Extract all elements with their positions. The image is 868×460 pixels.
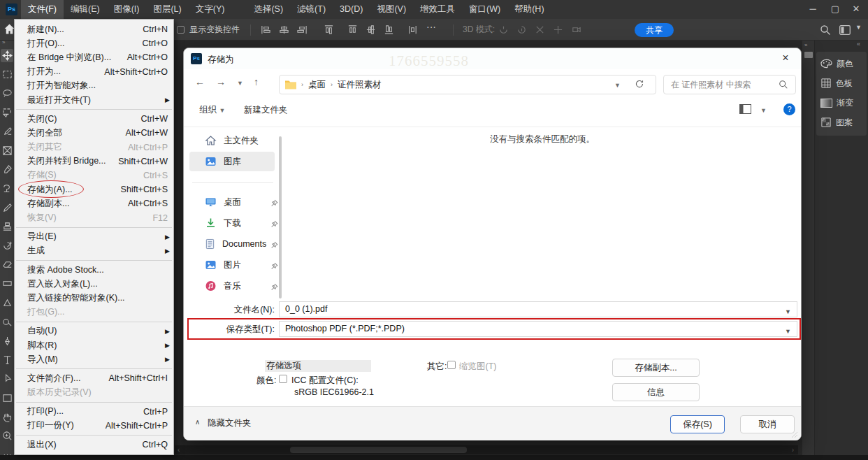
align-v-centers-icon[interactable] xyxy=(347,24,359,36)
forward-icon[interactable]: → xyxy=(216,76,226,87)
menu-选择(S)[interactable]: 选择(S) xyxy=(247,0,290,19)
help-icon[interactable]: ? xyxy=(783,103,795,115)
menu-视图(V)[interactable]: 视图(V) xyxy=(370,0,413,19)
menu-item-脚本(R)[interactable]: 脚本(R)▶ xyxy=(15,338,173,352)
zoom-tool[interactable] xyxy=(1,429,13,443)
collapse-panels-icon[interactable]: « xyxy=(857,41,860,48)
menu-窗口(W)[interactable]: 窗口(W) xyxy=(462,0,507,19)
align-bottom-edges-icon[interactable] xyxy=(365,24,377,36)
address-bar[interactable]: › 桌面 › 证件照素材 ▼ xyxy=(279,75,656,94)
menu-图层(L)[interactable]: 图层(L) xyxy=(146,0,188,19)
menu-item-关闭并转到 Bridge[interactable]: 关闭并转到 Bridge...Shift+Ctrl+W xyxy=(15,154,173,168)
menu-item-搜索 Adobe Stock[interactable]: 搜索 Adobe Stock... xyxy=(15,263,173,277)
view-options-chevron-icon[interactable]: ▼ xyxy=(760,107,767,114)
menu-item-自动(U)[interactable]: 自动(U)▶ xyxy=(15,324,173,338)
dialog-close-icon[interactable]: × xyxy=(770,48,801,69)
menu-滤镜(T)[interactable]: 滤镜(T) xyxy=(290,0,333,19)
menu-item-置入嵌入对象(L)[interactable]: 置入嵌入对象(L)... xyxy=(15,277,173,291)
icc-label[interactable]: ICC 配置文件(C): xyxy=(291,375,359,387)
menu-item-生成[interactable]: 生成▶ xyxy=(15,244,173,258)
type-tool[interactable] xyxy=(1,353,13,366)
collapse-tools-icon[interactable]: » xyxy=(2,39,4,45)
icc-checkbox[interactable] xyxy=(279,375,287,383)
more-options-icon[interactable]: ··· xyxy=(426,16,436,38)
hand-tool[interactable] xyxy=(1,410,13,424)
menu-item-最近打开文件(T)[interactable]: 最近打开文件(T)▶ xyxy=(15,93,173,107)
maximize-button[interactable]: ▢ xyxy=(825,0,846,19)
orbit-3d-icon[interactable] xyxy=(498,24,509,36)
workspace-icon[interactable] xyxy=(839,24,851,36)
search-icon[interactable] xyxy=(819,24,831,36)
menu-item-在 Bridge 中浏览(B)[interactable]: 在 Bridge 中浏览(B)...Alt+Ctrl+O xyxy=(15,50,173,64)
frame-tool[interactable] xyxy=(1,144,13,157)
sidebar-item-音乐[interactable]: 音乐 xyxy=(189,276,275,296)
menu-item-打开为智能对象[interactable]: 打开为智能对象... xyxy=(15,79,173,93)
breadcrumb-desktop[interactable]: 桌面 xyxy=(308,79,326,91)
spot-heal-tool[interactable] xyxy=(1,125,13,138)
save-copy-button[interactable]: 存储副本... xyxy=(612,359,700,377)
up-icon[interactable]: ↑ xyxy=(254,76,259,87)
panel-tab-渐变[interactable]: 渐变 xyxy=(820,94,865,112)
align-right-edges-icon[interactable] xyxy=(296,24,308,36)
menu-item-文件简介(F)[interactable]: 文件简介(F)...Alt+Shift+Ctrl+I xyxy=(15,371,173,385)
new-folder-button[interactable]: 新建文件夹 xyxy=(244,104,288,116)
object-selection-tool[interactable] xyxy=(1,106,13,120)
info-button[interactable]: 信息 xyxy=(612,383,700,401)
distribute-v-icon[interactable] xyxy=(407,24,419,36)
dodge-tool[interactable] xyxy=(1,315,13,329)
pen-tool[interactable] xyxy=(1,334,13,347)
sidebar-item-Documents[interactable]: Documents xyxy=(189,234,275,254)
cancel-button[interactable]: 取消 xyxy=(740,415,795,433)
stamp-tool[interactable] xyxy=(1,220,13,233)
camera-3d-icon[interactable] xyxy=(570,24,582,36)
filename-input[interactable]: 0_0 (1).pdf▼ xyxy=(279,301,797,317)
align-top-edges-icon[interactable] xyxy=(323,24,335,36)
menu-item-退出(X)[interactable]: 退出(X)Ctrl+Q xyxy=(15,438,173,452)
gradient-tool[interactable] xyxy=(1,277,13,290)
sidebar-item-下载[interactable]: 下载 xyxy=(189,213,275,233)
save-button[interactable]: 保存(S) xyxy=(670,415,725,433)
menu-item-存储副本[interactable]: 存储副本...Alt+Ctrl+S xyxy=(15,196,173,210)
sidebar-scrollbar[interactable] xyxy=(279,136,282,299)
shape-tool[interactable] xyxy=(1,296,13,310)
collapsed-panel-icon[interactable] xyxy=(804,52,813,58)
minimize-button[interactable]: ─ xyxy=(802,0,823,19)
hscrollbar-thumb[interactable] xyxy=(290,447,467,453)
slide-3d-icon[interactable] xyxy=(552,24,564,36)
align-left-edges-icon[interactable] xyxy=(260,24,272,36)
menu-item-新建(N)[interactable]: 新建(N)...Ctrl+N xyxy=(15,22,173,36)
back-icon[interactable]: ← xyxy=(195,76,205,87)
panel-tab-色板[interactable]: 色板 xyxy=(820,74,865,92)
menu-item-打印(P)[interactable]: 打印(P)...Ctrl+P xyxy=(15,405,173,419)
recent-locations-icon[interactable]: ▼ xyxy=(237,80,243,87)
organize-button[interactable]: 组织 ▼ xyxy=(199,104,225,116)
menu-3D(D)[interactable]: 3D(D) xyxy=(333,0,370,19)
panel-tab-图案[interactable]: 图案 xyxy=(820,113,865,131)
patch-tool[interactable] xyxy=(1,182,13,195)
menu-帮助(H)[interactable]: 帮助(H) xyxy=(507,0,551,19)
sidebar-item-图片[interactable]: 图片 xyxy=(189,255,275,275)
breadcrumb-folder[interactable]: 证件照素材 xyxy=(338,79,382,91)
distribute-h-icon[interactable] xyxy=(383,24,395,36)
rectangle-tool[interactable] xyxy=(1,391,13,405)
resize-gripper[interactable] xyxy=(791,431,798,438)
refresh-icon[interactable] xyxy=(635,79,644,92)
show-transform-checkbox[interactable] xyxy=(177,26,185,34)
lasso-tool[interactable] xyxy=(1,87,13,100)
menu-item-打印一份(Y)[interactable]: 打印一份(Y)Alt+Shift+Ctrl+P xyxy=(15,419,173,433)
menu-图像(I)[interactable]: 图像(I) xyxy=(107,0,147,19)
menu-item-关闭全部[interactable]: 关闭全部Alt+Ctrl+W xyxy=(15,126,173,140)
menu-item-打开(O)[interactable]: 打开(O)...Ctrl+O xyxy=(15,36,173,50)
menu-文字(Y)[interactable]: 文字(Y) xyxy=(189,0,232,19)
address-dropdown-icon[interactable]: ▼ xyxy=(614,82,621,89)
sidebar-item-桌面[interactable]: 桌面 xyxy=(189,192,275,212)
panel-tab-颜色[interactable]: 颜色 xyxy=(820,55,865,73)
document-hscrollbar[interactable]: ‹ › xyxy=(175,445,798,454)
search-box[interactable]: 在 证件照素材 中搜索 xyxy=(663,75,796,94)
menu-文件(F)[interactable]: 文件(F) xyxy=(21,0,64,19)
menu-item-导入(M)[interactable]: 导入(M)▶ xyxy=(15,352,173,366)
sidebar-item-主文件夹[interactable]: 主文件夹 xyxy=(189,131,275,150)
hide-folders-button[interactable]: 隐藏文件夹 xyxy=(208,417,252,429)
menu-增效工具[interactable]: 增效工具 xyxy=(413,0,462,19)
close-button[interactable]: ✕ xyxy=(846,0,867,19)
